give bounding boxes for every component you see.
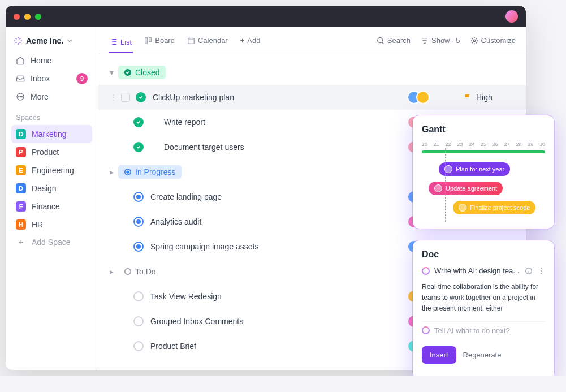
flag-icon: [464, 93, 472, 101]
group-header-closed[interactable]: ▾Closed: [98, 60, 526, 85]
nav-home[interactable]: Home: [11, 52, 92, 69]
space-name: Engineering: [32, 166, 74, 175]
status-progress-icon[interactable]: [133, 217, 144, 227]
space-item-marketing[interactable]: DMarketing: [11, 125, 92, 143]
status-todo-icon[interactable]: [133, 291, 144, 301]
task-title: Task View Redesign: [150, 292, 222, 301]
maximize-window-button[interactable]: [35, 14, 41, 20]
status-progress-icon[interactable]: [133, 242, 144, 252]
workspace-switcher[interactable]: Acme Inc.: [11, 34, 92, 52]
status-done-icon[interactable]: [133, 117, 144, 127]
add-view-button[interactable]: + Add: [239, 33, 262, 48]
svg-point-8: [473, 40, 476, 42]
nav-label: Home: [31, 56, 51, 65]
task-title: Document target users: [164, 143, 244, 152]
gantt-overlay: Gantt 2021222324252627282930 Plan for ne…: [413, 115, 554, 229]
doc-overlay: Doc Write with AI: design tea... Real-ti…: [413, 240, 554, 376]
view-tab-board[interactable]: Board: [143, 33, 176, 48]
gantt-day: 21: [434, 141, 439, 147]
svg-point-7: [378, 37, 383, 42]
space-name: HR: [32, 220, 43, 229]
gantt-today-marker: [445, 148, 446, 222]
doc-title: Doc: [422, 249, 545, 260]
group-name: In Progress: [135, 167, 176, 176]
check-circle-icon: [124, 68, 132, 76]
gantt-bar-label: Finalize project scope: [470, 204, 530, 211]
task-checkbox[interactable]: [121, 93, 130, 102]
gantt-day: 28: [516, 141, 521, 147]
view-toolbar: List Board Calendar + Add Sear: [98, 27, 526, 54]
drag-handle-icon[interactable]: ⋮⋮: [110, 93, 115, 102]
space-icon: P: [16, 147, 26, 157]
minimize-window-button[interactable]: [24, 14, 31, 20]
gantt-avatar: [459, 204, 466, 212]
progress-circle-icon: [124, 168, 132, 176]
task-title: ClickUp marketing plan: [153, 93, 234, 102]
regenerate-button[interactable]: Regenerate: [463, 351, 502, 359]
priority-label: High: [476, 93, 492, 102]
ai-title: Write with AI: design tea...: [434, 266, 519, 275]
assignee-avatar[interactable]: [416, 91, 430, 104]
gantt-bar[interactable]: Update agreement: [429, 182, 503, 195]
add-space-label: Add Space: [32, 238, 71, 247]
more-dots-icon[interactable]: [537, 267, 545, 275]
space-item-product[interactable]: PProduct: [11, 143, 92, 161]
svg-point-3: [21, 96, 22, 97]
svg-point-12: [125, 269, 131, 275]
gantt-avatar: [434, 184, 442, 192]
button-label: Show · 5: [431, 36, 460, 45]
gantt-day: 23: [457, 141, 463, 147]
board-icon: [144, 37, 152, 45]
nav-label: More: [31, 92, 49, 101]
task-row[interactable]: ⋮⋮ClickUp marketing planHigh: [98, 85, 526, 110]
ai-prompt-input[interactable]: Tell AI what to do next?: [422, 321, 545, 339]
inbox-count-badge: 9: [76, 73, 88, 84]
group-pill: Closed: [118, 66, 166, 79]
workspace-name: Acme Inc.: [26, 36, 63, 45]
space-icon: E: [16, 165, 26, 175]
svg-rect-4: [145, 37, 148, 44]
gantt-bar[interactable]: Plan for next year: [439, 162, 510, 176]
space-name: Design: [32, 184, 57, 193]
space-item-finance[interactable]: FFinance: [11, 197, 92, 216]
chevron-icon[interactable]: ▾: [110, 68, 114, 77]
gantt-bar-label: Plan for next year: [456, 166, 504, 173]
gantt-timeline-days: 2021222324252627282930: [422, 141, 545, 147]
add-space-button[interactable]: + Add Space: [11, 234, 92, 251]
status-todo-icon[interactable]: [133, 341, 144, 351]
space-item-design[interactable]: DDesign: [11, 179, 92, 197]
assignees: [407, 91, 464, 104]
nav-more[interactable]: More: [11, 88, 92, 105]
status-done-icon[interactable]: [136, 92, 146, 102]
svg-point-15: [541, 270, 542, 271]
user-avatar[interactable]: [505, 10, 518, 23]
space-item-hr[interactable]: HHR: [11, 216, 92, 234]
insert-button[interactable]: Insert: [422, 346, 456, 364]
status-done-icon[interactable]: [133, 142, 144, 152]
customize-button[interactable]: Customize: [470, 36, 516, 45]
gantt-bar[interactable]: Finalize project scope: [453, 201, 535, 214]
info-icon[interactable]: [525, 267, 533, 275]
close-window-button[interactable]: [14, 14, 20, 20]
svg-point-14: [541, 268, 542, 269]
view-tab-list[interactable]: List: [109, 35, 133, 53]
task-title: Product Brief: [150, 342, 196, 351]
view-tab-calendar[interactable]: Calendar: [186, 33, 229, 48]
show-button[interactable]: Show · 5: [421, 36, 460, 45]
plus-icon: +: [16, 238, 26, 247]
chevron-icon[interactable]: ▸: [110, 167, 114, 176]
gantt-bar-label: Update agreement: [446, 185, 497, 192]
ai-icon: [422, 326, 430, 334]
status-todo-icon[interactable]: [133, 316, 144, 326]
gantt-title: Gantt: [422, 124, 545, 135]
home-icon: [16, 56, 25, 65]
gantt-track: [422, 150, 545, 153]
group-name: To Do: [135, 267, 156, 276]
status-progress-icon[interactable]: [133, 192, 144, 202]
nav-inbox[interactable]: Inbox 9: [11, 69, 92, 88]
space-item-engineering[interactable]: EEngineering: [11, 161, 92, 179]
svg-rect-6: [188, 38, 195, 44]
chevron-icon[interactable]: ▸: [110, 267, 114, 276]
task-title: Create landing page: [150, 192, 222, 201]
search-button[interactable]: Search: [377, 36, 411, 45]
